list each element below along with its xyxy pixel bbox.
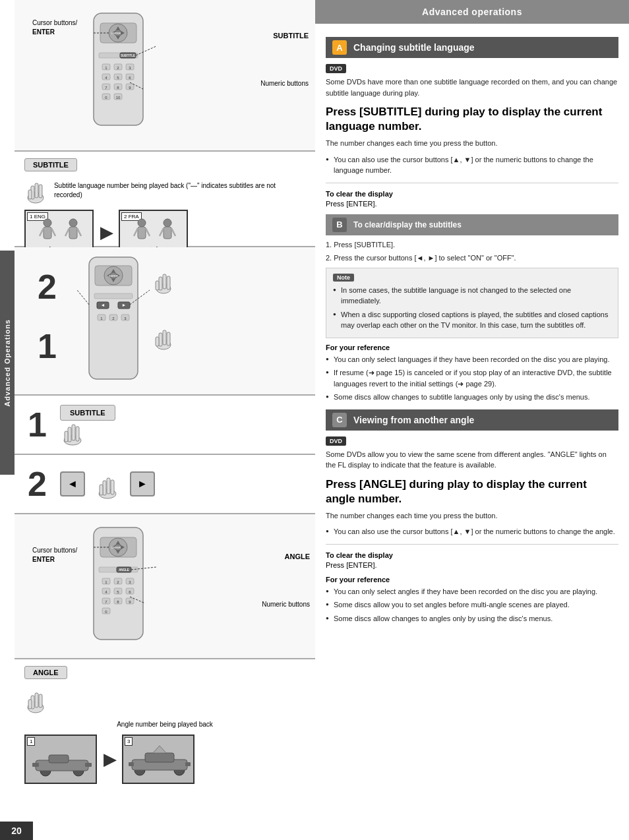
svg-text:ENTER: ENTER [109,274,118,278]
section-a-body: Some DVDs have more than one subtitle la… [326,76,618,98]
section-a-title: Changing subtitle language [353,42,475,53]
section-header-a: A Changing subtitle language [326,37,618,58]
svg-rect-143 [49,755,69,763]
svg-rect-96 [103,481,106,495]
left-panel: Advanced Operations A ENTER [0,0,315,840]
right-panel: Advanced operations A Changing subtitle … [315,0,629,840]
svg-rect-144 [32,763,39,767]
to-clear-label-a: To clear the display [326,190,618,198]
hand-icon-c [24,688,47,714]
divider-c [326,544,618,545]
angle-display-section: ANGLE Angle number being played back 1 [15,659,315,840]
svg-rect-137 [35,693,38,707]
svg-rect-43 [44,227,51,239]
angle-screen1-badge: 1 [27,737,35,746]
right-nav-btn[interactable]: ► [130,471,155,496]
svg-rect-93 [76,427,79,441]
car-svg-1 [29,746,95,779]
svg-rect-67 [94,293,133,299]
svg-rect-41 [28,190,32,199]
svg-rect-86 [159,333,162,346]
step-2-diagram: 2 [38,267,57,307]
hand-icon-a [24,178,47,204]
svg-rect-145 [85,763,92,767]
svg-rect-98 [111,480,114,495]
svg-text:SUBTITLE: SUBTITLE [121,54,135,57]
svg-line-78 [77,290,89,305]
dvd-badge-c: DVD [326,436,346,446]
person-svg-1 [36,218,85,247]
note-label: Note [333,274,354,282]
step-section-1: 1 SUBTITLE [15,396,315,455]
remote-b-svg: ENTER ◄ ► 1 2 3 [77,254,150,386]
svg-rect-151 [185,762,191,766]
section-c-press-heading: Press [ANGLE] during play to display the… [326,477,618,506]
svg-rect-82 [163,274,166,289]
for-ref-label-c: For your reference [326,576,618,584]
svg-rect-39 [35,183,38,198]
section-b-ref1: You can only select languages if they ha… [326,354,618,365]
section-b-step1: 1. Press [SUBTITLE]. [326,239,618,251]
hand-icon-b2 [153,270,174,295]
svg-line-49 [77,228,81,236]
svg-rect-89 [156,337,159,346]
left-nav-btn[interactable]: ◄ [60,471,85,496]
hand-icon-b1 [153,326,174,351]
step-2-number: 2 [28,464,47,504]
svg-point-46 [69,219,77,227]
section-header-c: C Viewing from another angle [326,409,618,431]
subtitle-label-a: SUBTITLE [273,32,309,40]
hand-press-1 [60,421,85,446]
page-number: 20 [0,822,33,840]
svg-rect-97 [107,478,110,494]
section-b-ref2: If resume (➜ page 15) is canceled or if … [326,367,618,389]
to-clear-body-c: Press [ENTER]. [326,561,618,569]
note-box: Note In some cases, the subtitle languag… [326,268,618,338]
svg-rect-83 [167,276,170,289]
svg-rect-51 [138,227,146,239]
side-tab-label: Advanced Operations [3,319,11,407]
section-c-badge: C [332,413,347,427]
car-svg-2 [127,742,193,779]
step-1-number: 1 [28,405,47,444]
section-b-note1: In some cases, the subtitle language is … [333,285,611,307]
arrow-right-a: ▶ [100,224,112,242]
angle-label-c: ANGLE [285,553,311,560]
svg-text:◄: ◄ [101,303,105,307]
dvd-badge-a: DVD [326,64,346,73]
step-1-diagram: 1 [38,326,57,366]
svg-rect-91 [68,427,71,442]
svg-marker-152 [153,746,166,753]
cursor-label-a: Cursor buttons/ ENTER [32,18,77,37]
svg-text:►: ► [122,303,127,307]
svg-rect-150 [129,762,134,766]
section-b-title: To clear/display the subtitles [353,220,462,229]
section-c-title: Viewing from another angle [353,415,474,425]
hand-press-2 [95,474,120,499]
svg-line-57 [171,228,175,236]
section-a-bullet1: You can also use the cursor buttons [▲, … [326,154,618,176]
section-b-diagram: 2 1 ENTER ◄ ► 1 2 3 [15,247,315,396]
svg-text:ENTER: ENTER [111,32,121,35]
svg-text:10: 10 [116,96,121,100]
svg-rect-55 [164,227,171,239]
section-c-sub-body: The number changes each time you press t… [326,510,618,522]
section-c-bullet1: You can also use the cursor buttons [▲, … [326,526,618,537]
numeric-label-a: Numeric buttons [260,79,309,88]
svg-rect-138 [39,694,42,707]
side-tab: Advanced Operations [0,251,15,475]
section-c-ref2: Some discs allow you to set angles befor… [326,599,618,611]
subtitle-button[interactable]: SUBTITLE [60,405,115,421]
svg-line-48 [65,228,69,236]
svg-point-50 [138,219,146,227]
section-a-badge: A [332,40,347,55]
svg-rect-99 [100,485,103,495]
svg-rect-40 [39,185,42,198]
right-content: A Changing subtitle language DVD Some DV… [315,24,629,634]
section-b-note2: When a disc supporting closed captions i… [333,309,611,331]
remote-a-svg: ENTER 1 2 3 4 5 6 7 8 9 0 10 [80,10,156,132]
subtitle-chip: SUBTITLE [24,158,77,171]
numeric-label-c: Numeric buttons [262,600,310,609]
svg-rect-94 [65,431,68,442]
nav-buttons: ◄ ► [60,471,155,498]
